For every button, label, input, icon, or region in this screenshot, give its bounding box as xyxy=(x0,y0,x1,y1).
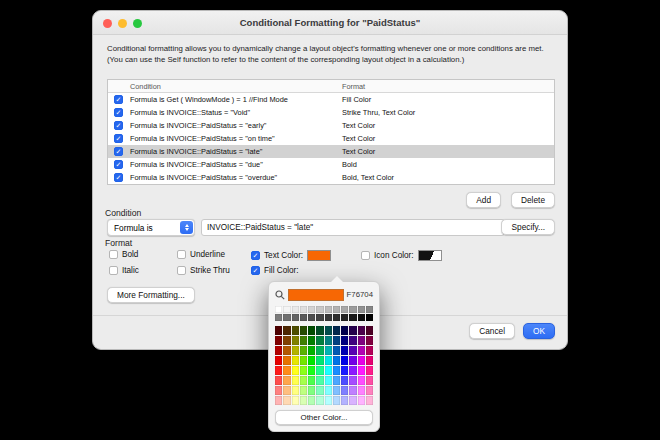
formula-field[interactable]: INVOICE::PaidStatus = "late" xyxy=(201,219,505,236)
fill-color-checkbox[interactable] xyxy=(251,266,260,275)
row-enabled-checkbox[interactable] xyxy=(114,95,123,104)
condition-type-popup[interactable]: Formula is xyxy=(107,219,195,236)
palette-color[interactable] xyxy=(333,306,340,313)
palette-color[interactable] xyxy=(349,346,356,355)
table-row[interactable]: Formula is INVOICE::PaidStatus = "overdu… xyxy=(108,171,554,184)
specify-button[interactable]: Specify... xyxy=(501,219,555,235)
palette-color[interactable] xyxy=(283,326,290,335)
column-header-condition[interactable]: Condition xyxy=(130,82,161,91)
palette-color[interactable] xyxy=(292,326,299,335)
add-button[interactable]: Add xyxy=(466,192,501,208)
palette-color[interactable] xyxy=(308,396,315,405)
palette-color[interactable] xyxy=(300,306,307,313)
palette-color[interactable] xyxy=(275,356,282,365)
palette-color[interactable] xyxy=(283,356,290,365)
palette-color[interactable] xyxy=(316,306,323,313)
row-enabled-checkbox[interactable] xyxy=(114,108,123,117)
table-row[interactable]: Formula is INVOICE::PaidStatus = "due" B… xyxy=(108,158,554,171)
palette-color[interactable] xyxy=(325,326,332,335)
palette-color[interactable] xyxy=(366,376,373,385)
palette-color[interactable] xyxy=(341,346,348,355)
palette-color[interactable] xyxy=(366,346,373,355)
current-color-swatch[interactable] xyxy=(288,289,344,301)
palette-color[interactable] xyxy=(349,376,356,385)
palette-color[interactable] xyxy=(292,376,299,385)
icon-color-swatch[interactable] xyxy=(418,250,442,261)
palette-color[interactable] xyxy=(325,366,332,375)
palette-color[interactable] xyxy=(316,314,323,321)
palette-color[interactable] xyxy=(349,366,356,375)
palette-color[interactable] xyxy=(275,306,282,313)
palette-color[interactable] xyxy=(275,346,282,355)
palette-color[interactable] xyxy=(300,314,307,321)
palette-color[interactable] xyxy=(349,386,356,395)
palette-color[interactable] xyxy=(283,306,290,313)
palette-color[interactable] xyxy=(358,326,365,335)
palette-color[interactable] xyxy=(333,356,340,365)
palette-color[interactable] xyxy=(308,356,315,365)
palette-color[interactable] xyxy=(333,376,340,385)
column-header-format[interactable]: Format xyxy=(342,82,365,91)
icon-color-checkbox[interactable] xyxy=(361,251,370,260)
palette-color[interactable] xyxy=(349,326,356,335)
strikethru-checkbox-row[interactable]: Strike Thru xyxy=(177,266,230,275)
palette-color[interactable] xyxy=(316,386,323,395)
palette-color[interactable] xyxy=(283,386,290,395)
palette-color[interactable] xyxy=(316,336,323,345)
palette-color[interactable] xyxy=(300,386,307,395)
search-icon[interactable] xyxy=(275,290,285,300)
table-row[interactable]: Formula is INVOICE::PaidStatus = "early"… xyxy=(108,119,554,132)
palette-color[interactable] xyxy=(325,396,332,405)
palette-color[interactable] xyxy=(308,326,315,335)
palette-color[interactable] xyxy=(325,336,332,345)
row-enabled-checkbox[interactable] xyxy=(114,160,123,169)
palette-color[interactable] xyxy=(341,366,348,375)
palette-color[interactable] xyxy=(308,376,315,385)
palette-color[interactable] xyxy=(283,346,290,355)
table-row[interactable]: Formula is INVOICE::PaidStatus = "on tim… xyxy=(108,132,554,145)
palette-color[interactable] xyxy=(341,386,348,395)
italic-checkbox-row[interactable]: Italic xyxy=(109,266,139,275)
palette-color[interactable] xyxy=(358,336,365,345)
palette-color[interactable] xyxy=(333,314,340,321)
palette-color[interactable] xyxy=(300,326,307,335)
palette-color[interactable] xyxy=(316,346,323,355)
palette-color[interactable] xyxy=(349,314,356,321)
palette-color[interactable] xyxy=(358,356,365,365)
palette-color[interactable] xyxy=(358,366,365,375)
palette-color[interactable] xyxy=(358,314,365,321)
palette-color[interactable] xyxy=(366,326,373,335)
palette-color[interactable] xyxy=(292,306,299,313)
palette-color[interactable] xyxy=(308,314,315,321)
table-row[interactable]: Formula is INVOICE::Status = "Void" Stri… xyxy=(108,106,554,119)
palette-color[interactable] xyxy=(366,396,373,405)
palette-color[interactable] xyxy=(275,326,282,335)
palette-color[interactable] xyxy=(275,314,282,321)
palette-color[interactable] xyxy=(300,336,307,345)
palette-color[interactable] xyxy=(325,306,332,313)
delete-button[interactable]: Delete xyxy=(511,192,555,208)
palette-color[interactable] xyxy=(308,306,315,313)
palette-color[interactable] xyxy=(333,366,340,375)
palette-color[interactable] xyxy=(275,376,282,385)
palette-color[interactable] xyxy=(300,366,307,375)
palette-color[interactable] xyxy=(341,396,348,405)
palette-color[interactable] xyxy=(349,306,356,313)
palette-color[interactable] xyxy=(341,306,348,313)
palette-color[interactable] xyxy=(308,336,315,345)
more-formatting-button[interactable]: More Formatting... xyxy=(107,287,195,303)
text-color-checkbox-row[interactable]: Text Color: xyxy=(251,250,331,261)
palette-color[interactable] xyxy=(283,314,290,321)
cancel-button[interactable]: Cancel xyxy=(469,323,515,339)
palette-color[interactable] xyxy=(341,356,348,365)
palette-color[interactable] xyxy=(292,366,299,375)
palette-color[interactable] xyxy=(358,386,365,395)
palette-color[interactable] xyxy=(275,396,282,405)
palette-color[interactable] xyxy=(333,386,340,395)
palette-color[interactable] xyxy=(283,366,290,375)
strikethru-checkbox[interactable] xyxy=(177,266,186,275)
palette-color[interactable] xyxy=(325,346,332,355)
icon-color-checkbox-row[interactable]: Icon Color: xyxy=(361,250,442,261)
palette-color[interactable] xyxy=(358,306,365,313)
palette-color[interactable] xyxy=(316,376,323,385)
